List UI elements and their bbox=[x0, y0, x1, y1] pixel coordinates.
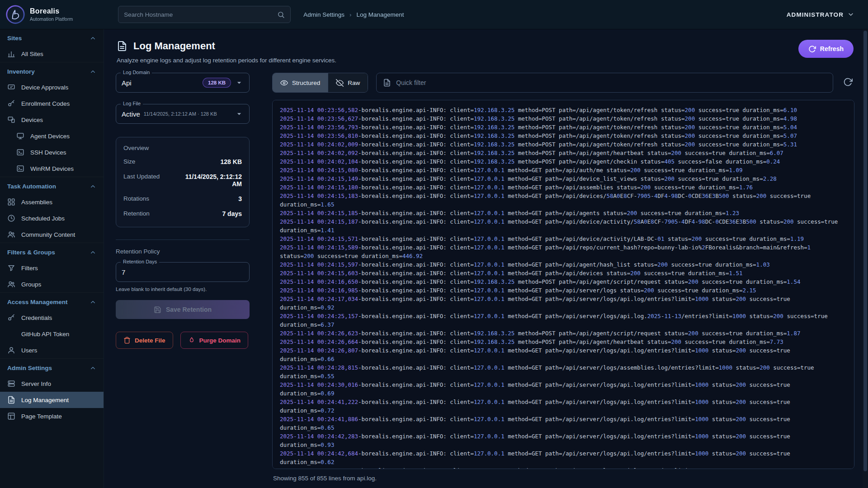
sidebar-item-assemblies[interactable]: Assemblies bbox=[0, 194, 104, 210]
viewer-refresh-button[interactable] bbox=[841, 75, 854, 90]
eye-off-icon bbox=[336, 79, 344, 87]
page-title: Log Management bbox=[133, 40, 215, 52]
sidebar-item-github-api-token[interactable]: GitHub API Token bbox=[0, 326, 104, 342]
log-line: 2025-11-14 00:24:16,985-borealis.engine.… bbox=[280, 286, 847, 295]
sidebar: SitesAll SitesInventoryDevice ApprovalsE… bbox=[0, 29, 104, 488]
chevron-down-icon bbox=[235, 78, 244, 87]
retention-policy-label: Retention Policy bbox=[116, 248, 250, 255]
filter-icon bbox=[7, 264, 15, 272]
log-line: 2025-11-14 00:24:42,684-borealis.engine.… bbox=[280, 449, 847, 466]
log-line: 2025-11-14 00:24:15,603-borealis.engine.… bbox=[280, 269, 847, 277]
overview-row-value: 128 KB bbox=[221, 158, 242, 165]
sidebar-item-label: Enrollment Codes bbox=[21, 100, 70, 107]
sidebar-item-all-sites[interactable]: All Sites bbox=[0, 46, 104, 62]
user-icon bbox=[7, 346, 15, 354]
grid-icon bbox=[7, 198, 15, 206]
quick-filter[interactable] bbox=[376, 73, 833, 93]
brand[interactable]: Borealis Automation Platform bbox=[5, 5, 73, 24]
scrollbar-thumb[interactable] bbox=[863, 31, 867, 471]
sidebar-item-filters[interactable]: Filters bbox=[0, 260, 104, 276]
log-line: 2025-11-14 00:24:26,807-borealis.engine.… bbox=[280, 346, 847, 363]
sidebar-item-label: Assemblies bbox=[21, 199, 52, 206]
page-header: Log Management Analyze engine logs and a… bbox=[116, 29, 854, 73]
log-line: 2025-11-14 00:23:56,582-borealis.engine.… bbox=[280, 106, 847, 114]
log-line: 2025-11-14 00:24:41,886-borealis.engine.… bbox=[280, 415, 847, 432]
refresh-button[interactable]: Refresh bbox=[798, 40, 854, 58]
sidebar-item-users[interactable]: Users bbox=[0, 342, 104, 358]
save-icon bbox=[154, 306, 161, 314]
log-line: 2025-11-14 00:24:15,571-borealis.engine.… bbox=[280, 235, 847, 243]
sidebar-item-devices[interactable]: Devices bbox=[0, 112, 104, 128]
log-line-count: Showing 855 of 855 lines from api.log. bbox=[272, 469, 854, 488]
sidebar-item-device-approvals[interactable]: Device Approvals bbox=[0, 79, 104, 95]
retention-days-field[interactable]: Retention Days bbox=[116, 262, 250, 282]
chevron-up-icon bbox=[90, 365, 96, 371]
delete-file-button[interactable]: Delete File bbox=[116, 332, 173, 349]
people-icon bbox=[7, 230, 15, 239]
save-retention-label: Save Retention bbox=[166, 306, 212, 313]
structured-mode-button[interactable]: Structured bbox=[273, 73, 328, 92]
sidebar-item-winrm-devices[interactable]: WinRM Devices bbox=[0, 160, 104, 177]
sidebar-item-credentials[interactable]: Credentials bbox=[0, 310, 104, 326]
sidebar-item-agent-devices[interactable]: Agent Devices bbox=[0, 128, 104, 144]
sidebar-item-groups[interactable]: Groups bbox=[0, 276, 104, 292]
breadcrumb-log-management[interactable]: Log Management bbox=[356, 11, 404, 18]
sidebar-section-admin-settings[interactable]: Admin Settings bbox=[0, 358, 104, 375]
log-domain-value: Api bbox=[122, 79, 132, 87]
log-line: 2025-11-14 00:24:25,157-borealis.engine.… bbox=[280, 312, 847, 329]
raw-mode-button[interactable]: Raw bbox=[328, 73, 368, 92]
sidebar-item-log-management[interactable]: Log Management bbox=[0, 392, 104, 408]
eye-icon bbox=[280, 79, 288, 87]
log-line: 2025-11-14 00:24:02,104-borealis.engine.… bbox=[280, 157, 847, 166]
sidebar-item-label: Server Info bbox=[21, 380, 51, 387]
log-file-select[interactable]: Log File Active 11/14/2025, 2:12:12 AM ·… bbox=[116, 104, 250, 124]
window-scrollbar[interactable] bbox=[863, 29, 868, 488]
user-menu[interactable]: ADMINISTRATOR bbox=[787, 11, 854, 18]
breadcrumb-admin-settings[interactable]: Admin Settings bbox=[303, 11, 344, 18]
sidebar-item-label: Log Management bbox=[21, 397, 69, 404]
log-viewer-panel: Structured Raw bbox=[272, 73, 854, 488]
terminal-icon bbox=[16, 164, 24, 173]
github-icon bbox=[7, 330, 15, 338]
divider bbox=[116, 239, 250, 240]
overview-title: Overview bbox=[123, 145, 242, 151]
sidebar-section-inventory[interactable]: Inventory bbox=[0, 62, 104, 79]
sidebar-section-label: Task Automation bbox=[7, 183, 56, 190]
log-line: 2025-11-14 00:24:26,664-borealis.engine.… bbox=[280, 338, 847, 346]
sidebar-item-page-template[interactable]: Page Template bbox=[0, 408, 104, 424]
log-line: 2025-11-14 00:23:56,810-borealis.engine.… bbox=[280, 131, 847, 140]
quick-filter-input[interactable] bbox=[396, 79, 826, 86]
sidebar-section-sites[interactable]: Sites bbox=[0, 29, 104, 46]
refresh-button-label: Refresh bbox=[820, 45, 844, 52]
sidebar-section-label: Filters & Groups bbox=[7, 249, 55, 256]
log-line: 2025-11-14 00:24:42,283-borealis.engine.… bbox=[280, 432, 847, 449]
hostname-search[interactable] bbox=[118, 6, 291, 23]
overview-row: Rotations3 bbox=[123, 195, 242, 202]
retention-days-input[interactable] bbox=[122, 268, 244, 276]
sidebar-item-server-info[interactable]: Server Info bbox=[0, 375, 104, 392]
log-line: 2025-11-14 00:24:15,187-borealis.engine.… bbox=[280, 217, 847, 235]
sidebar-section-label: Admin Settings bbox=[7, 365, 52, 371]
hostname-search-input[interactable] bbox=[124, 11, 274, 18]
sites-icon bbox=[7, 50, 15, 58]
log-icon bbox=[7, 396, 15, 404]
sidebar-item-label: Credentials bbox=[21, 314, 52, 321]
sidebar-section-access-management[interactable]: Access Management bbox=[0, 292, 104, 310]
purge-domain-button[interactable]: Purge Domain bbox=[180, 332, 249, 349]
sidebar-item-community-content[interactable]: Community Content bbox=[0, 226, 104, 243]
retention-hint: Leave blank to inherit default (30 days)… bbox=[116, 286, 250, 292]
sidebar-item-enrollment-codes[interactable]: Enrollment Codes bbox=[0, 95, 104, 112]
overview-rows: Size128 KBLast Updated11/14/2025, 2:12:1… bbox=[123, 158, 242, 217]
log-line: 2025-11-14 00:23:56,627-borealis.engine.… bbox=[280, 114, 847, 123]
save-retention-button[interactable]: Save Retention bbox=[116, 300, 250, 319]
log-line: 2025-11-14 00:24:28,815-borealis.engine.… bbox=[280, 363, 847, 380]
sidebar-section-task-automation[interactable]: Task Automation bbox=[0, 177, 104, 194]
log-viewer[interactable]: 2025-11-14 00:23:56,582-borealis.engine.… bbox=[272, 100, 854, 469]
sidebar-item-ssh-devices[interactable]: SSH Devices bbox=[0, 144, 104, 160]
log-line: 2025-11-14 00:24:26,623-borealis.engine.… bbox=[280, 329, 847, 338]
filter-doc-icon bbox=[383, 79, 391, 87]
approvals-icon bbox=[7, 83, 15, 91]
sidebar-section-filters-groups[interactable]: Filters & Groups bbox=[0, 243, 104, 260]
log-domain-select[interactable]: Log Domain Api 128 KB bbox=[116, 73, 250, 93]
sidebar-item-scheduled-jobs[interactable]: Scheduled Jobs bbox=[0, 210, 104, 226]
